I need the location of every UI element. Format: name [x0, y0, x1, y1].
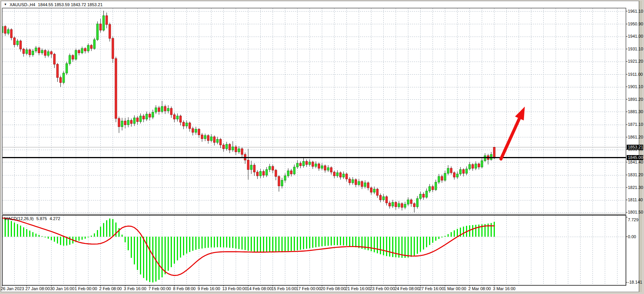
- candle: [296, 160, 298, 169]
- candle-body: [109, 25, 111, 38]
- candle: [133, 115, 135, 126]
- macd-axis-label: -18.141: [628, 280, 642, 285]
- candle: [50, 50, 52, 58]
- time-axis-label: 3 Feb 16:00: [124, 286, 146, 291]
- macd-bar: [315, 237, 316, 247]
- candle: [272, 164, 274, 173]
- hline-price-tag[interactable]: 1845.00: [627, 155, 643, 160]
- macd-bar: [423, 237, 424, 249]
- candle-body: [386, 197, 388, 203]
- candle-body: [176, 116, 178, 119]
- candle-body: [207, 135, 209, 140]
- candle-body: [376, 189, 378, 195]
- time-axis-label: 27 Feb 16:00: [419, 286, 444, 291]
- macd-bar: [352, 237, 353, 247]
- macd-bar: [165, 237, 166, 274]
- candle: [53, 53, 55, 68]
- macd-bar: [137, 237, 138, 270]
- candle-body: [459, 170, 461, 174]
- macd-bar: [435, 237, 436, 241]
- macd-bar: [226, 237, 227, 247]
- macd-bar: [211, 237, 212, 247]
- candle: [140, 114, 141, 124]
- candle: [13, 37, 15, 47]
- price-pane-content: [1, 11, 626, 212]
- candle-body: [23, 49, 25, 53]
- candle: [260, 169, 261, 179]
- macd-bar: [32, 232, 33, 237]
- macd-bar: [100, 227, 101, 237]
- candle: [204, 134, 206, 141]
- candle: [306, 159, 308, 167]
- candle: [47, 50, 49, 57]
- macd-axis-label: 0.00: [628, 234, 636, 239]
- macd-bar: [54, 237, 55, 242]
- candle: [321, 163, 323, 170]
- candle: [343, 171, 344, 179]
- candle: [309, 159, 311, 166]
- macd-bar: [91, 236, 92, 237]
- candle: [244, 152, 246, 164]
- chart-canvas[interactable]: [0, 0, 644, 294]
- candle-body: [484, 156, 486, 161]
- candle: [373, 187, 375, 194]
- macd-bar: [192, 237, 193, 251]
- candle-body: [327, 168, 329, 170]
- candle-body: [38, 48, 40, 53]
- candle-body: [216, 139, 218, 142]
- candle-body: [195, 129, 197, 132]
- macd-bar: [380, 237, 381, 254]
- macd-bar: [45, 237, 46, 237]
- macd-name: MACD(12,26,9): [4, 216, 33, 221]
- candle: [429, 184, 431, 193]
- macd-bar: [294, 237, 295, 251]
- candle: [333, 171, 335, 179]
- price-axis-label: 1931.10: [628, 47, 643, 52]
- macd-bar: [281, 237, 283, 251]
- candle: [17, 39, 18, 47]
- candle: [389, 201, 391, 209]
- macd-bar: [189, 237, 190, 252]
- candle: [395, 201, 397, 210]
- candle: [66, 62, 68, 75]
- candle: [167, 105, 169, 113]
- macd-bar: [429, 237, 430, 245]
- candle-body: [50, 52, 52, 54]
- candle: [392, 200, 394, 208]
- time-axis-label: 7 Feb 00:00: [148, 286, 171, 291]
- macd-bar: [152, 237, 153, 282]
- candle-body: [287, 171, 289, 176]
- trend-arrow[interactable]: [501, 107, 525, 159]
- candle-body: [232, 147, 234, 150]
- candle: [124, 118, 126, 129]
- macd-bar: [491, 223, 492, 237]
- macd-bar: [420, 237, 421, 252]
- macd-bar: [232, 237, 233, 248]
- price-axis-label: 1901.10: [628, 84, 643, 89]
- candle-body: [136, 118, 138, 122]
- candle: [75, 48, 77, 60]
- candle-body: [63, 73, 65, 83]
- candle: [287, 168, 289, 178]
- candle: [475, 161, 477, 170]
- candle: [459, 167, 461, 176]
- candle-body: [72, 55, 74, 59]
- macd-bar: [451, 232, 452, 237]
- macd-bar: [241, 237, 243, 249]
- time-axis-label: 9 Feb 16:00: [198, 286, 220, 291]
- price-axis-label: 1861.20: [628, 135, 643, 140]
- candle-body: [226, 144, 228, 149]
- candle-body: [447, 168, 449, 173]
- candle-body: [69, 55, 71, 63]
- candle: [293, 164, 295, 175]
- candle-body: [272, 166, 274, 170]
- candle: [146, 112, 148, 121]
- candle-body: [401, 204, 403, 207]
- candle-body: [57, 64, 58, 77]
- macd-indicator-label: MACD(12,26,9) 5.875 4.272: [4, 216, 62, 221]
- candle: [318, 163, 320, 171]
- macd-bar: [285, 237, 286, 251]
- candle: [195, 127, 197, 135]
- candle: [210, 134, 212, 142]
- price-axis-label: 1950.90: [628, 22, 643, 27]
